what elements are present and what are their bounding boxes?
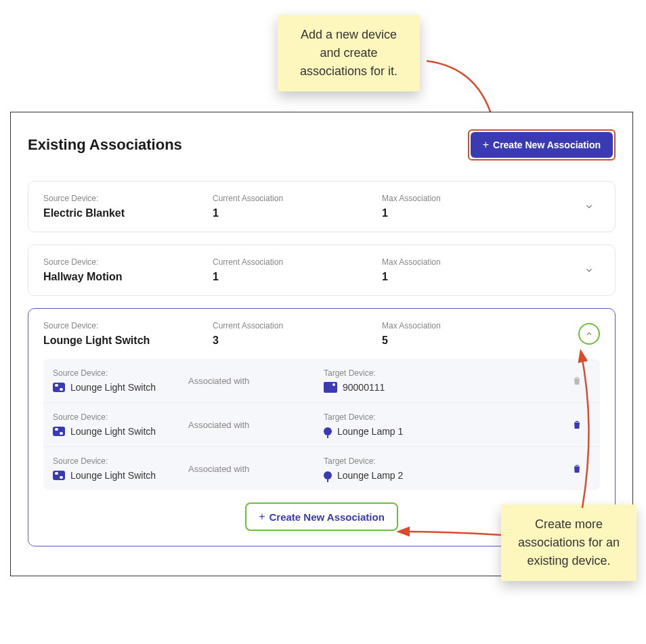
- hub-icon: [324, 382, 337, 393]
- current-assoc-value: 1: [213, 207, 382, 219]
- target-device-label: Target Device:: [324, 412, 563, 422]
- create-top-label: Create New Association: [493, 139, 601, 150]
- max-assoc-value: 1: [382, 271, 573, 283]
- target-name: 90000111: [343, 382, 385, 393]
- trash-icon[interactable]: [572, 463, 582, 475]
- target-name: Lounge Lamp 2: [337, 470, 403, 481]
- association-detail-list: Source Device: Lounge Light Switch Assoc…: [43, 359, 600, 490]
- chevron-up-icon[interactable]: [578, 323, 600, 345]
- source-device-label: Source Device:: [43, 257, 213, 267]
- associated-with-label: Associated with: [188, 376, 324, 386]
- associated-with-label: Associated with: [188, 464, 324, 474]
- current-assoc-value: 3: [213, 335, 382, 347]
- page-title: Existing Associations: [28, 136, 182, 154]
- plus-icon: +: [483, 139, 489, 151]
- source-device-label: Source Device:: [43, 194, 213, 203]
- annotation-text: Add a new device and create associations…: [300, 28, 397, 78]
- target-name: Lounge Lamp 1: [337, 426, 403, 437]
- association-row: Source Device: Lounge Light Switch Assoc…: [43, 359, 600, 403]
- trash-icon[interactable]: [572, 374, 582, 387]
- source-device-label: Source Device:: [43, 321, 213, 330]
- target-device-label: Target Device:: [324, 368, 563, 378]
- source-device-value: Hallway Motion: [43, 271, 213, 283]
- source-name: Lounge Light Switch: [70, 382, 156, 393]
- source-device-label: Source Device:: [53, 456, 188, 466]
- trash-icon[interactable]: [572, 418, 582, 431]
- annotation-note-bottom: Create more associations for an existing…: [501, 505, 637, 581]
- create-association-button-top[interactable]: + Create New Association: [471, 132, 613, 158]
- annotation-note-top: Add a new device and create associations…: [278, 15, 420, 91]
- associated-with-label: Associated with: [188, 420, 324, 430]
- switch-icon: [53, 427, 65, 436]
- bulb-icon: [324, 471, 332, 479]
- highlight-create-top: + Create New Association: [468, 129, 616, 160]
- association-card[interactable]: Source Device: Electric Blanket Current …: [28, 181, 616, 232]
- plus-icon: +: [259, 511, 265, 523]
- source-device-value: Lounge Light Switch: [43, 335, 213, 347]
- source-name: Lounge Light Switch: [70, 470, 156, 481]
- association-row: Source Device: Lounge Light Switch Assoc…: [43, 447, 600, 490]
- card-header[interactable]: Source Device: Lounge Light Switch Curre…: [43, 321, 600, 347]
- source-name: Lounge Light Switch: [70, 426, 156, 437]
- association-card[interactable]: Source Device: Hallway Motion Current As…: [28, 244, 616, 296]
- current-assoc-label: Current Association: [213, 257, 382, 267]
- annotation-text: Create more associations for an existing…: [518, 517, 620, 567]
- max-assoc-value: 1: [382, 207, 573, 219]
- source-device-label: Source Device:: [53, 368, 188, 378]
- current-assoc-value: 1: [213, 271, 382, 283]
- create-bottom-label: Create New Association: [270, 511, 385, 523]
- page-header: Existing Associations + Create New Assoc…: [28, 129, 616, 160]
- switch-icon: [53, 383, 65, 392]
- switch-icon: [53, 471, 65, 480]
- source-device-label: Source Device:: [53, 412, 188, 422]
- chevron-down-icon[interactable]: [578, 259, 600, 281]
- current-assoc-label: Current Association: [213, 321, 382, 330]
- bulb-icon: [324, 427, 332, 435]
- max-assoc-label: Max Association: [382, 194, 573, 203]
- max-assoc-label: Max Association: [382, 257, 573, 267]
- source-device-value: Electric Blanket: [43, 207, 213, 219]
- target-device-label: Target Device:: [324, 456, 563, 466]
- max-assoc-value: 5: [382, 335, 573, 347]
- create-association-button-bottom[interactable]: + Create New Association: [245, 502, 398, 531]
- association-row: Source Device: Lounge Light Switch Assoc…: [43, 403, 600, 447]
- max-assoc-label: Max Association: [382, 321, 573, 330]
- current-assoc-label: Current Association: [213, 194, 382, 203]
- chevron-down-icon[interactable]: [578, 196, 600, 217]
